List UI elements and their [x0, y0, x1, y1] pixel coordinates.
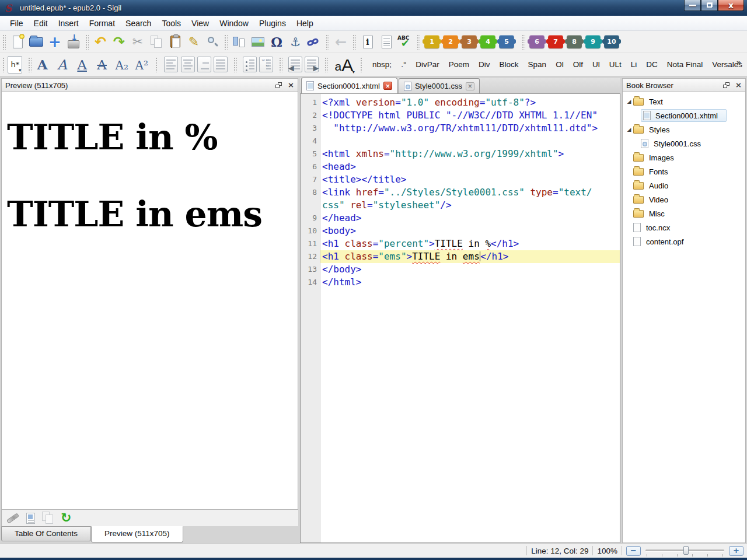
- redo-button[interactable]: ↷: [110, 33, 128, 51]
- bullet-list-button[interactable]: [242, 56, 258, 74]
- custom-button-olf[interactable]: Olf: [568, 60, 588, 69]
- plugin-1-button[interactable]: 1: [424, 35, 439, 48]
- close-panel-icon[interactable]: ×: [735, 82, 742, 89]
- preview-content[interactable]: TITLE in %TITLE in ems: [1, 92, 298, 510]
- code-view[interactable]: 1<?xml version="1.0" encoding="utf-8"?>2…: [300, 94, 620, 543]
- insert-anchor-button[interactable]: ⚓: [286, 33, 305, 51]
- toolbar-handle[interactable]: [2, 57, 5, 72]
- cut-button[interactable]: ✂: [128, 33, 147, 51]
- underline-button[interactable]: A: [74, 55, 91, 74]
- close-panel-icon[interactable]: ×: [288, 82, 294, 89]
- tab-preview[interactable]: Preview (511x705): [91, 526, 183, 542]
- heading-select-button[interactable]: h*▾: [8, 56, 22, 74]
- menu-search[interactable]: Search: [120, 17, 156, 30]
- toolbar-handle[interactable]: [360, 57, 363, 72]
- toolbar-handle[interactable]: [85, 34, 89, 50]
- menu-tools[interactable]: Tools: [156, 17, 186, 30]
- zoom-slider-handle[interactable]: [683, 546, 689, 555]
- editor-tab-xhtml[interactable]: Section0001.xhtml ×: [301, 78, 397, 93]
- plugin-5-button[interactable]: 5: [499, 35, 514, 48]
- open-file-button[interactable]: [27, 33, 46, 51]
- expand-triangle-icon[interactable]: ◢: [625, 99, 633, 104]
- align-right-button[interactable]: [196, 56, 212, 74]
- custom-button-dc[interactable]: DC: [641, 60, 662, 69]
- new-file-button[interactable]: [8, 33, 27, 51]
- outdent-button[interactable]: ◀: [287, 56, 303, 74]
- tree-item-audio[interactable]: Audio: [623, 178, 745, 192]
- copy-icon[interactable]: [42, 512, 54, 524]
- toolbar-handle[interactable]: [279, 57, 282, 72]
- tab-table-of-contents[interactable]: Table Of Contents: [1, 526, 91, 541]
- selected-tree-item[interactable]: Section0001.xhtml: [641, 109, 727, 122]
- tree-item-text[interactable]: ◢Text: [623, 94, 745, 108]
- plugin-7-button[interactable]: 7: [548, 35, 563, 48]
- custom-button-block[interactable]: Block: [495, 60, 523, 69]
- menu-plugins[interactable]: Plugins: [254, 17, 291, 30]
- tree-item-fonts[interactable]: Fonts: [623, 164, 745, 178]
- code-row[interactable]: 2<!DOCTYPE html PUBLIC "-//W3C//DTD XHTM…: [301, 109, 620, 122]
- menu-insert[interactable]: Insert: [53, 17, 84, 30]
- tree-item-content-opf[interactable]: content.opf: [623, 235, 745, 249]
- code-row[interactable]: 11<h1 class="percent">TITLE in %</h1>: [301, 237, 620, 250]
- custom-button-notafinal[interactable]: Nota Final: [662, 60, 708, 69]
- close-tab-icon[interactable]: ×: [466, 82, 474, 90]
- toolbar-handle[interactable]: [28, 57, 31, 72]
- float-panel-icon[interactable]: [723, 82, 729, 88]
- custom-button-poem[interactable]: Poem: [444, 60, 474, 69]
- toolbar-handle[interactable]: [224, 34, 228, 50]
- toolbar-handle[interactable]: [233, 57, 236, 72]
- code-row[interactable]: 4: [301, 135, 620, 148]
- tree-item-video[interactable]: Video: [623, 192, 745, 206]
- info-button[interactable]: i: [358, 33, 377, 51]
- tree-item-styles[interactable]: ◢Styles: [623, 123, 745, 136]
- toolbar-handle[interactable]: [522, 34, 525, 50]
- custom-button-li[interactable]: Li: [626, 60, 642, 69]
- plugin-4-button[interactable]: 4: [480, 35, 495, 48]
- numbered-list-button[interactable]: [258, 56, 274, 74]
- code-row[interactable]: 10<body>: [301, 225, 620, 237]
- find-button[interactable]: [203, 33, 222, 51]
- menu-edit[interactable]: Edit: [29, 17, 53, 30]
- custom-button-span[interactable]: Span: [523, 60, 551, 69]
- float-panel-icon[interactable]: [275, 82, 282, 88]
- tree-item-toc-ncx[interactable]: toc.ncx: [623, 220, 745, 235]
- editor-tab-css[interactable]: Style0001.css ×: [399, 78, 480, 93]
- superscript-button[interactable]: A²: [133, 55, 151, 74]
- title-bar[interactable]: S untitled.epub* - epub2.0 - Sigil x: [0, 0, 747, 16]
- zoom-in-button[interactable]: +: [729, 546, 743, 556]
- edit-button[interactable]: ✎: [184, 33, 203, 51]
- toolbar-handle[interactable]: [2, 34, 6, 50]
- plugin-6-button[interactable]: 6: [529, 35, 544, 48]
- plugin-8-button[interactable]: 8: [567, 35, 582, 48]
- bold-button[interactable]: A: [34, 55, 51, 74]
- back-button[interactable]: ←: [331, 33, 350, 51]
- refresh-icon[interactable]: ↻: [61, 512, 71, 524]
- zoom-slider[interactable]: [645, 545, 724, 556]
- toolbar-handle[interactable]: [155, 57, 158, 72]
- menu-format[interactable]: Format: [84, 17, 120, 30]
- special-character-button[interactable]: Ω: [267, 33, 286, 51]
- code-row[interactable]: 12<h1 class="ems">TITLE in ems</h1>: [301, 250, 620, 263]
- close-tab-icon[interactable]: ×: [383, 82, 392, 90]
- custom-button-ult[interactable]: ULt: [605, 60, 626, 69]
- subscript-button[interactable]: A₂: [113, 55, 131, 74]
- metadata-editor-button[interactable]: [377, 33, 396, 51]
- menu-window[interactable]: Window: [214, 17, 254, 30]
- plugin-10-button[interactable]: 10: [604, 35, 619, 48]
- code-row[interactable]: 8<link href="../Styles/Style0001.css" ty…: [301, 186, 620, 199]
- menu-file[interactable]: File: [5, 17, 29, 30]
- custom-button-div[interactable]: Div: [474, 60, 495, 69]
- menu-view[interactable]: View: [186, 17, 214, 30]
- tree-item-misc[interactable]: Misc: [623, 206, 745, 220]
- custom-button-ol[interactable]: Ol: [551, 60, 568, 69]
- toolbar-overflow-chevron[interactable]: »: [736, 58, 741, 66]
- insert-image-button[interactable]: [249, 33, 267, 51]
- custom-button-[interactable]: .°: [396, 60, 411, 69]
- zoom-out-button[interactable]: −: [626, 546, 641, 556]
- plugin-2-button[interactable]: 2: [443, 35, 458, 48]
- code-row[interactable]: 1<?xml version="1.0" encoding="utf-8"?>: [301, 96, 620, 109]
- italic-button[interactable]: A: [54, 55, 71, 74]
- tree-item-images[interactable]: Images: [623, 150, 745, 164]
- spellcheck-button[interactable]: ABC✔: [396, 33, 414, 51]
- strikethrough-button[interactable]: A: [93, 55, 111, 74]
